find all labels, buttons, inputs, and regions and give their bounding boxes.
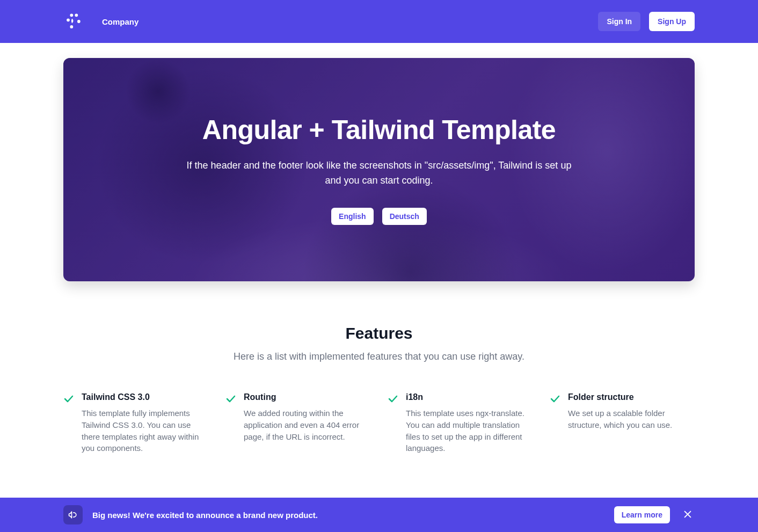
feature-body: Folder structure We set up a scalable fo… xyxy=(568,392,695,454)
svg-point-4 xyxy=(70,25,73,28)
check-icon xyxy=(63,393,74,404)
svg-point-1 xyxy=(75,13,78,17)
hero-subtitle: If the header and the footer look like t… xyxy=(186,158,572,188)
header-left: Company xyxy=(63,12,139,31)
hero: Angular + Tailwind Template If the heade… xyxy=(63,58,695,281)
app-header: Company Sign In Sign Up xyxy=(0,0,758,43)
svg-point-3 xyxy=(77,20,81,23)
check-icon xyxy=(225,393,236,404)
feature-title: Routing xyxy=(244,392,370,402)
features-header: Features Here is a list with implemented… xyxy=(63,324,695,362)
lang-english-button[interactable]: English xyxy=(331,208,374,225)
svg-point-0 xyxy=(70,13,73,17)
feature-item: Tailwind CSS 3.0 This template fully imp… xyxy=(63,392,208,454)
feature-desc: This template fully implements Tailwind … xyxy=(82,407,208,454)
feature-desc: We added routing within the application … xyxy=(244,407,370,442)
feature-item: i18n This template uses ngx-translate. Y… xyxy=(388,392,533,454)
signin-button[interactable]: Sign In xyxy=(598,12,640,31)
hero-title: Angular + Tailwind Template xyxy=(186,114,572,145)
check-icon xyxy=(388,393,398,404)
hero-container: Angular + Tailwind Template If the heade… xyxy=(0,43,758,281)
feature-title: Tailwind CSS 3.0 xyxy=(82,392,208,402)
feature-body: i18n This template uses ngx-translate. Y… xyxy=(406,392,533,454)
signup-button[interactable]: Sign Up xyxy=(649,12,695,31)
company-name: Company xyxy=(102,17,139,26)
feature-desc: This template uses ngx-translate. You ca… xyxy=(406,407,533,454)
feature-title: Folder structure xyxy=(568,392,695,402)
svg-point-2 xyxy=(67,18,70,21)
lang-deutsch-button[interactable]: Deutsch xyxy=(382,208,427,225)
logo-icon xyxy=(63,12,83,31)
feature-body: Tailwind CSS 3.0 This template fully imp… xyxy=(82,392,208,454)
features-subtitle: Here is a list with implemented features… xyxy=(63,351,695,362)
hero-buttons: English Deutsch xyxy=(186,208,572,225)
check-icon xyxy=(550,393,560,404)
features-title: Features xyxy=(63,324,695,342)
hero-content: Angular + Tailwind Template If the heade… xyxy=(186,114,572,225)
feature-item: Folder structure We set up a scalable fo… xyxy=(550,392,695,454)
header-right: Sign In Sign Up xyxy=(598,12,695,31)
feature-item: Routing We added routing within the appl… xyxy=(225,392,370,454)
features-grid: Tailwind CSS 3.0 This template fully imp… xyxy=(63,392,695,454)
feature-body: Routing We added routing within the appl… xyxy=(244,392,370,454)
feature-title: i18n xyxy=(406,392,533,402)
features-section: Features Here is a list with implemented… xyxy=(0,281,758,476)
feature-desc: We set up a scalable folder structure, w… xyxy=(568,407,695,431)
